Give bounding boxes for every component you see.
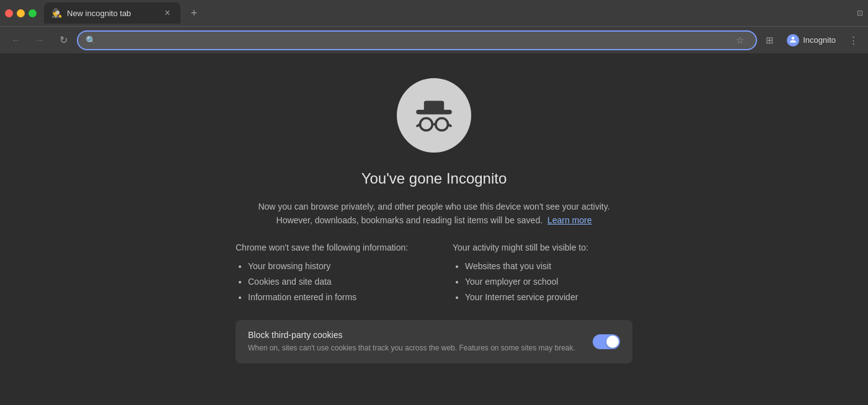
description-line2: However, downloads, bookmarks and readin… bbox=[277, 215, 543, 225]
cookie-text: Block third-party cookies When on, sites… bbox=[248, 330, 583, 354]
profile-button[interactable]: Incognito bbox=[782, 32, 841, 49]
main-content: You've gone Incognito Now you can browse… bbox=[0, 53, 868, 405]
description-line1: Now you can browse privately, and other … bbox=[258, 202, 609, 211]
description: Now you can browse privately, and other … bbox=[258, 200, 609, 228]
visible-to-column: Your activity might still be visible to:… bbox=[453, 243, 632, 306]
incognito-tab-icon: 🕵 bbox=[51, 8, 62, 18]
new-tab-button[interactable]: + bbox=[185, 4, 203, 22]
cookie-title: Block third-party cookies bbox=[248, 330, 583, 340]
cookie-description: When on, sites can't use cookies that tr… bbox=[248, 342, 583, 354]
toggle-thumb bbox=[606, 336, 619, 348]
active-tab[interactable]: 🕵 New incognito tab × bbox=[44, 2, 180, 24]
visible-to-title: Your activity might still be visible to: bbox=[453, 243, 632, 252]
chrome-wont-save-column: Chrome won't save the following informat… bbox=[236, 243, 415, 306]
incognito-icon bbox=[412, 93, 456, 138]
titlebar: 🕵 New incognito tab × + ⊡ bbox=[0, 0, 868, 26]
reload-icon: ↻ bbox=[60, 34, 68, 46]
bookmark-button[interactable]: ☆ bbox=[731, 32, 748, 49]
svg-rect-2 bbox=[416, 110, 452, 114]
window-minimize-icon[interactable]: ⊡ bbox=[857, 9, 863, 17]
forward-button[interactable]: → bbox=[30, 30, 50, 50]
svg-point-3 bbox=[420, 118, 433, 131]
minimize-window-button[interactable] bbox=[17, 9, 25, 17]
address-input[interactable] bbox=[101, 35, 726, 45]
tab-close-button[interactable]: × bbox=[162, 7, 173, 19]
svg-line-7 bbox=[448, 124, 451, 126]
svg-point-4 bbox=[436, 118, 448, 131]
cookie-box: Block third-party cookies When on, sites… bbox=[236, 320, 632, 363]
address-bar[interactable]: 🔍 ☆ bbox=[77, 30, 757, 50]
list-item: Cookies and site data bbox=[248, 274, 415, 290]
svg-line-6 bbox=[417, 124, 420, 126]
page-title: You've gone Incognito bbox=[361, 170, 507, 187]
close-window-button[interactable] bbox=[5, 9, 13, 17]
toggle-track[interactable] bbox=[593, 334, 620, 349]
chrome-wont-save-list: Your browsing history Cookies and site d… bbox=[236, 259, 415, 306]
maximize-window-button[interactable] bbox=[29, 9, 37, 17]
tab-title: New incognito tab bbox=[67, 9, 157, 18]
profile-label: Incognito bbox=[803, 35, 836, 45]
info-columns: Chrome won't save the following informat… bbox=[236, 243, 632, 306]
address-actions: ☆ bbox=[731, 32, 748, 49]
reload-button[interactable]: ↻ bbox=[53, 30, 73, 50]
learn-more-link[interactable]: Learn more bbox=[547, 215, 592, 225]
list-item: Websites that you visit bbox=[465, 259, 632, 274]
visible-to-list: Websites that you visit Your employer or… bbox=[453, 259, 632, 306]
list-item: Your browsing history bbox=[248, 259, 415, 274]
menu-button[interactable]: ⋮ bbox=[844, 32, 862, 49]
back-icon: ← bbox=[11, 35, 21, 46]
mirror-icon: ⊞ bbox=[766, 35, 774, 46]
block-cookies-toggle[interactable] bbox=[593, 334, 620, 349]
menu-icon: ⋮ bbox=[849, 35, 858, 46]
incognito-icon-container bbox=[397, 78, 471, 153]
bookmark-icon: ☆ bbox=[736, 35, 744, 46]
address-search-icon: 🔍 bbox=[86, 35, 96, 45]
toolbar: ← → ↻ 🔍 ☆ ⊞ Incognito ⋮ bbox=[0, 26, 868, 53]
list-item: Your Internet service provider bbox=[465, 290, 632, 305]
mirror-button[interactable]: ⊞ bbox=[761, 32, 778, 49]
list-item: Information entered in forms bbox=[248, 290, 415, 305]
chrome-wont-save-title: Chrome won't save the following informat… bbox=[236, 243, 415, 252]
traffic-lights bbox=[5, 9, 37, 17]
back-button[interactable]: ← bbox=[6, 30, 26, 50]
forward-icon: → bbox=[35, 35, 45, 46]
profile-avatar bbox=[787, 34, 799, 47]
list-item: Your employer or school bbox=[465, 274, 632, 290]
